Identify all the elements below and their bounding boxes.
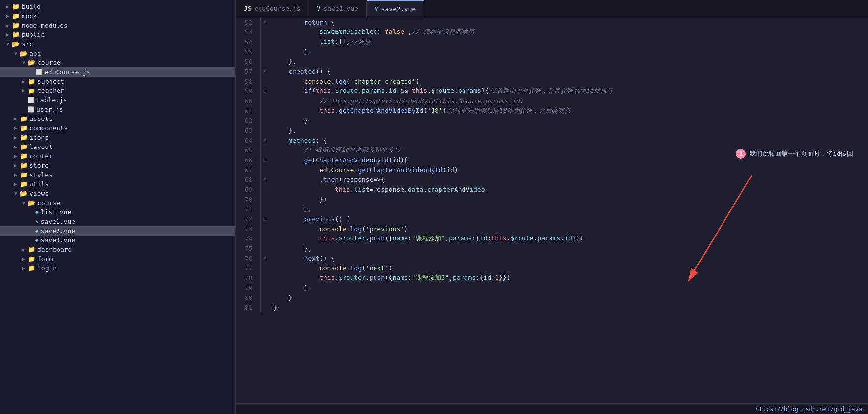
tree-label-dashboard: dashboard	[37, 246, 72, 253]
line-num-64: 64	[236, 135, 260, 145]
folder-icon-views: 📂	[20, 190, 28, 197]
tree-item-dashboard[interactable]: ▶📁dashboard	[0, 245, 235, 254]
code-row-55: 55 }	[236, 47, 868, 57]
code-line-69: this.list=response.data.chapterAndVideo	[269, 184, 868, 194]
fold-btn-55	[260, 47, 269, 57]
tree-item-eduCourse.js[interactable]: ⬜ eduCourse.js	[0, 67, 235, 77]
line-num-74: 74	[236, 234, 260, 243]
folder-arrow-course: ▼	[20, 60, 28, 65]
code-line-72: previous() {	[269, 214, 868, 224]
fold-btn-64[interactable]: ⊟	[260, 135, 269, 145]
folder-icon-login: 📁	[28, 265, 35, 272]
tree-item-styles[interactable]: ▶📁styles	[0, 170, 235, 179]
code-line-52: return {	[269, 17, 868, 27]
fold-btn-68[interactable]: ⊟	[260, 175, 269, 184]
tree-item-utils[interactable]: ▶📁utils	[0, 179, 235, 189]
line-num-78: 78	[236, 273, 260, 283]
code-line-66: getChapterAndVideoById(id){	[269, 155, 868, 165]
folder-icon-store: 📁	[20, 162, 28, 169]
line-num-71: 71	[236, 204, 260, 214]
folder-arrow-form: ▶	[20, 256, 28, 262]
folder-icon-src: 📂	[12, 40, 20, 48]
code-row-69: 69 this.list=response.data.chapterAndVid…	[236, 184, 868, 194]
tree-item-store[interactable]: ▶📁store	[0, 161, 235, 170]
tree-label-list.vue: list.vue	[41, 208, 72, 216]
tree-item-api[interactable]: ▼📂api	[0, 49, 235, 58]
code-line-53: saveBtnDisabled: false ,// 保存按钮是否禁用	[269, 27, 868, 37]
tree-item-save2.vue[interactable]: ◈ save2.vue	[0, 226, 235, 236]
code-line-64: methods: {	[269, 135, 868, 145]
fold-btn-52[interactable]: ⊟	[260, 17, 269, 27]
tree-item-build[interactable]: ▶📁build	[0, 2, 235, 11]
fold-btn-72[interactable]: ⊟	[260, 214, 269, 224]
line-num-62: 62	[236, 116, 260, 125]
fold-btn-60	[260, 96, 269, 106]
tab-label-eduCourse: eduCourse.js	[255, 5, 301, 12]
line-num-75: 75	[236, 243, 260, 253]
folder-arrow-dashboard: ▶	[20, 247, 28, 252]
code-line-65: /* 根据课程id查询章节和小节*/	[269, 145, 868, 155]
tree-label-course: course	[37, 59, 60, 66]
tree-item-assets[interactable]: ▶📁assets	[0, 114, 235, 123]
tree-label-views-course: course	[37, 199, 60, 207]
tab-save2[interactable]: Vsave2.vue	[367, 0, 424, 17]
tree-item-src[interactable]: ▼📂src	[0, 39, 235, 49]
folder-icon-components: 📁	[20, 124, 28, 132]
tree-label-login: login	[37, 265, 57, 272]
code-row-59: 59⊟ if(this.$route.params.id && this.$ro…	[236, 86, 868, 96]
tree-item-router[interactable]: ▶📁router	[0, 151, 235, 161]
tree-item-save3.vue[interactable]: ◈ save3.vue	[0, 236, 235, 245]
folder-arrow-public: ▶	[4, 32, 12, 37]
tree-item-views-course[interactable]: ▼📂course	[0, 198, 235, 207]
fold-btn-57[interactable]: ⊟	[260, 66, 269, 76]
code-row-70: 70 })	[236, 194, 868, 204]
tree-item-mock[interactable]: ▶📁mock	[0, 11, 235, 21]
fold-btn-58	[260, 76, 269, 86]
tree-label-build: build	[22, 3, 41, 10]
tree-item-table.js[interactable]: ⬜ table.js	[0, 95, 235, 105]
line-num-56: 56	[236, 57, 260, 66]
tab-save1[interactable]: Vsave1.vue	[309, 0, 367, 17]
tree-item-list.vue[interactable]: ◈ list.vue	[0, 207, 235, 217]
editor-wrapper: 52⊟ return {53 saveBtnDisabled: false ,/…	[236, 17, 868, 403]
file-icon-user.js: ⬜	[28, 106, 34, 113]
code-row-67: 67 eduCourse.getChapterAndVideoById(id)	[236, 165, 868, 175]
folder-icon-subject: 📁	[28, 78, 35, 85]
line-num-65: 65	[236, 145, 260, 155]
folder-arrow-store: ▶	[12, 163, 20, 168]
tree-item-views[interactable]: ▼📂views	[0, 189, 235, 198]
tree-label-views: views	[29, 190, 49, 197]
tab-eduCourse[interactable]: JSeduCourse.js	[236, 0, 309, 17]
line-num-54: 54	[236, 37, 260, 47]
file-icon-eduCourse.js: ⬜	[35, 69, 42, 75]
code-line-59: if(this.$route.params.id && this.$route.…	[269, 86, 868, 96]
code-line-62: }	[269, 116, 868, 125]
tree-item-components[interactable]: ▶📁components	[0, 123, 235, 133]
tree-item-login[interactable]: ▶📁login	[0, 264, 235, 273]
code-line-74: this.$router.push({name:"课程添加",params:{i…	[269, 234, 868, 243]
tree-label-router: router	[29, 152, 53, 160]
fold-btn-59[interactable]: ⊟	[260, 86, 269, 96]
line-num-68: 68	[236, 175, 260, 184]
tree-item-layout[interactable]: ▶📁layout	[0, 142, 235, 151]
tree-item-course[interactable]: ▼📂course	[0, 58, 235, 67]
tree-item-subject[interactable]: ▶📁subject	[0, 77, 235, 86]
tree-item-public[interactable]: ▶📁public	[0, 30, 235, 39]
folder-arrow-teacher: ▶	[20, 88, 28, 93]
tree-item-icons[interactable]: ▶📁icons	[0, 133, 235, 142]
tree-item-form[interactable]: ▶📁form	[0, 254, 235, 264]
folder-arrow-build: ▶	[4, 4, 12, 9]
tree-label-api: api	[29, 50, 41, 57]
code-table: 52⊟ return {53 saveBtnDisabled: false ,/…	[236, 17, 868, 312]
fold-btn-66[interactable]: ⊟	[260, 155, 269, 165]
line-num-61: 61	[236, 106, 260, 116]
code-row-52: 52⊟ return {	[236, 17, 868, 27]
line-num-69: 69	[236, 184, 260, 194]
code-editor[interactable]: 52⊟ return {53 saveBtnDisabled: false ,/…	[236, 17, 868, 403]
tree-item-user.js[interactable]: ⬜ user.js	[0, 105, 235, 114]
tree-item-save1.vue[interactable]: ◈ save1.vue	[0, 217, 235, 226]
vue-icon-save1.vue: ◈	[35, 218, 39, 225]
fold-btn-76[interactable]: ⊟	[260, 253, 269, 263]
tree-item-teacher[interactable]: ▶📁teacher	[0, 86, 235, 95]
tree-item-node_modules[interactable]: ▶📁node_modules	[0, 21, 235, 30]
